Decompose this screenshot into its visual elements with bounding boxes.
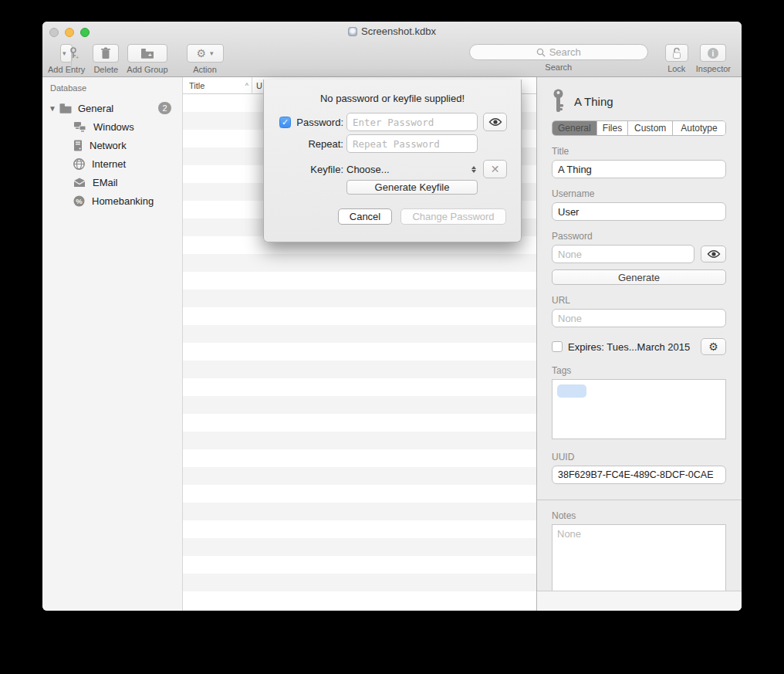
repeat-password-field[interactable]	[346, 134, 478, 153]
sidebar-item-email[interactable]: EMail	[42, 173, 182, 191]
inspector-tabs: General Files Custom Autotype	[552, 120, 726, 136]
clear-keyfile-button[interactable]: ✕	[483, 160, 507, 178]
password-checkbox[interactable]: ✓	[279, 117, 291, 128]
tab-general[interactable]: General	[553, 121, 597, 135]
entry-title: A Thing	[574, 95, 613, 108]
tab-autotype[interactable]: Autotype	[673, 121, 725, 135]
server-icon	[73, 140, 83, 151]
username-field[interactable]	[552, 202, 726, 221]
url-field[interactable]	[552, 309, 726, 327]
title-label: Title	[552, 146, 726, 157]
percent-icon: %	[73, 195, 85, 207]
unlock-icon	[671, 47, 682, 59]
enter-password-field[interactable]	[346, 113, 478, 131]
sidebar-item-network[interactable]: Network	[42, 136, 182, 154]
tags-field[interactable]	[552, 379, 726, 439]
svg-text:+: +	[148, 52, 152, 59]
sidebar-item-internet[interactable]: Internet	[42, 154, 182, 173]
inspector-button[interactable]: i	[700, 44, 726, 62]
svg-text:+: +	[76, 55, 79, 59]
notes-field[interactable]	[552, 524, 726, 594]
change-password-sheet: No password or keyfile supplied! ✓ Passw…	[263, 80, 522, 242]
uuid-field[interactable]	[552, 466, 726, 484]
svg-text:i: i	[712, 49, 715, 57]
document-proxy-icon	[348, 27, 357, 36]
uuid-label: UUID	[552, 452, 726, 462]
keyfile-popup[interactable]: Choose...	[346, 160, 478, 178]
expires-row: Expires: Tues...March 2015 ⚙	[552, 338, 726, 355]
expires-checkbox[interactable]	[552, 341, 563, 352]
sidebar-header: Database	[42, 83, 182, 93]
inspector-group: i Inspector	[696, 44, 731, 73]
show-password-button[interactable]	[483, 113, 507, 131]
envelope-icon	[73, 178, 86, 188]
globe-icon	[73, 158, 85, 170]
gear-icon: ⚙	[708, 340, 718, 353]
sidebar: Database ▼ General 2 Windows Network Int…	[42, 77, 183, 611]
entry-count-badge: 2	[158, 102, 171, 114]
search-placeholder: Search	[549, 46, 581, 58]
cancel-button[interactable]: Cancel	[338, 208, 392, 225]
expires-label: Expires: Tues...March 2015	[568, 341, 695, 353]
disclosure-triangle-icon[interactable]: ▼	[49, 104, 59, 113]
tab-custom[interactable]: Custom	[628, 121, 673, 135]
username-label: Username	[552, 188, 726, 199]
tag-chip[interactable]	[557, 384, 586, 398]
title-field[interactable]	[552, 160, 726, 178]
url-label: URL	[552, 295, 726, 306]
key-icon	[552, 89, 565, 113]
group-label: Network	[90, 140, 127, 151]
delete-group: Delete	[93, 44, 119, 74]
add-group-label: Add Group	[127, 65, 167, 74]
group-label: Internet	[92, 158, 126, 170]
delete-button[interactable]	[93, 44, 119, 63]
toolbar: + ▾ Add Entry Delete + Add Group	[42, 40, 742, 77]
eye-icon	[488, 117, 502, 127]
window-title: Screenshot.kdbx	[361, 25, 436, 37]
sidebar-item-windows[interactable]: Windows	[42, 117, 182, 136]
chevron-down-icon[interactable]: ▾	[56, 45, 73, 62]
group-label: General	[78, 103, 113, 114]
keyfile-value: Choose...	[346, 164, 390, 175]
gear-icon: ⚙	[196, 47, 206, 59]
window-chrome: Screenshot.kdbx + ▾ Add Entry Delete	[42, 22, 742, 77]
column-title-label: Title	[189, 81, 204, 90]
column-header-username[interactable]: U	[252, 81, 262, 90]
tab-files[interactable]: Files	[597, 121, 629, 135]
generate-password-button[interactable]: Generate	[552, 269, 726, 285]
search-icon	[536, 48, 546, 57]
search-input[interactable]: Search	[469, 44, 648, 60]
expires-settings-button[interactable]: ⚙	[701, 338, 726, 355]
password-label: Password	[552, 231, 726, 242]
sidebar-item-general[interactable]: ▼ General 2	[42, 99, 182, 117]
keyfile-row: Keyfile: Choose... ✕	[264, 159, 521, 179]
generate-keyfile-button[interactable]: Generate Keyfile	[346, 180, 478, 195]
trash-icon	[100, 47, 111, 59]
inspector-bottom-bar	[537, 591, 742, 611]
tags-label: Tags	[552, 365, 726, 376]
lock-label: Lock	[667, 64, 685, 73]
sort-ascending-icon: ^	[245, 82, 248, 90]
folder-icon	[59, 103, 72, 113]
add-group-button[interactable]: +	[127, 44, 167, 63]
sidebar-item-homebanking[interactable]: % Homebanking	[42, 191, 182, 210]
action-group: ⚙ ▾ Action	[187, 44, 224, 74]
change-password-button[interactable]: Change Password	[400, 208, 506, 225]
add-entry-group: + ▾ Add Entry	[48, 44, 85, 74]
notes-label: Notes	[552, 510, 726, 521]
action-button[interactable]: ⚙ ▾	[187, 44, 224, 63]
add-entry-button[interactable]: + ▾	[60, 44, 73, 63]
app-window: Screenshot.kdbx + ▾ Add Entry Delete	[42, 22, 742, 611]
lock-group: Lock	[665, 44, 688, 73]
chevron-down-icon: ▾	[210, 49, 214, 57]
search-label: Search	[545, 63, 572, 72]
show-password-button[interactable]	[701, 246, 726, 262]
keyfile-label: Keyfile:	[279, 164, 343, 175]
add-group-group: + Add Group	[127, 44, 167, 74]
inspector-panel: A Thing General Files Custom Autotype Ti…	[536, 77, 742, 611]
password-field[interactable]	[552, 245, 694, 263]
workstations-icon	[73, 121, 86, 132]
column-header-title[interactable]: Title ^	[183, 77, 252, 93]
lock-button[interactable]	[665, 44, 688, 62]
delete-label: Delete	[93, 65, 118, 74]
